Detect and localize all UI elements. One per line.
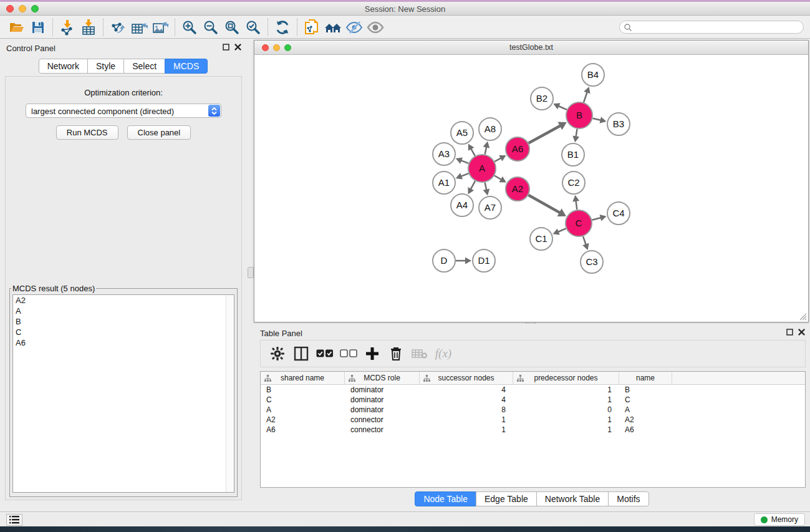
column-header-MCDS-role[interactable]: MCDS role — [345, 372, 420, 384]
tab-motifs[interactable]: Motifs — [608, 491, 648, 506]
export-network-icon[interactable] — [107, 18, 128, 37]
column-header-predecessor-nodes[interactable]: predecessor nodes — [513, 372, 619, 384]
select-stepper-icon — [208, 105, 220, 117]
zoom-out-icon[interactable] — [200, 18, 221, 37]
table-settings-icon[interactable] — [267, 343, 288, 364]
tab-network-table[interactable]: Network Table — [536, 491, 609, 506]
tab-network[interactable]: Network — [39, 59, 88, 74]
graph-edge-A2-C[interactable] — [528, 195, 560, 213]
tab-edge-table[interactable]: Edge Table — [476, 491, 537, 506]
table-row[interactable]: Bdominator41B — [261, 385, 805, 395]
graph-edge-A-A4[interactable] — [470, 181, 475, 190]
apply-layout-icon[interactable] — [272, 18, 293, 37]
column-header-successor-nodes[interactable]: successor nodes — [420, 372, 513, 384]
graph-edge-B-B1[interactable] — [576, 129, 577, 138]
graph-edge-B-B3[interactable] — [592, 118, 601, 120]
graph-edge-C-C4[interactable] — [592, 218, 601, 220]
toolbar-separator — [175, 19, 175, 36]
close-panel-button[interactable]: Close panel — [127, 125, 191, 140]
mcds-list-scrollbar[interactable] — [226, 295, 234, 492]
network-window-titlebar[interactable]: testGlobe.txt — [254, 41, 808, 55]
graph-edge-A-A3[interactable] — [460, 160, 468, 163]
graph-edge-A-A2[interactable] — [494, 176, 502, 180]
optimization-criterion-select[interactable]: largest connected component (directed) — [26, 104, 221, 118]
zoom-in-icon[interactable] — [179, 18, 200, 37]
table-panel-title: Table Panel — [260, 329, 302, 338]
memory-button[interactable]: Memory — [754, 513, 805, 526]
show-columns-icon[interactable] — [291, 343, 312, 364]
graph-node-label-A2: A2 — [512, 183, 523, 194]
table-row[interactable]: Adominator80A — [261, 405, 805, 415]
run-mcds-button[interactable]: Run MCDS — [56, 125, 118, 140]
mcds-result-item[interactable]: A2 — [13, 295, 234, 306]
zoom-selected-icon[interactable] — [243, 18, 264, 37]
add-column-icon[interactable] — [362, 343, 383, 364]
zoom-fit-icon[interactable] — [221, 18, 243, 37]
table-cell: 1 — [513, 415, 619, 425]
network-graph[interactable]: B4B2BB3A8A5A6A3B1AA1C2A2A4A7C4CC1DD1C3 — [255, 56, 808, 322]
tab-mcds[interactable]: MCDS — [165, 59, 208, 74]
show-all-icon[interactable] — [365, 18, 386, 37]
list-icon — [9, 516, 19, 524]
graph-edge-C-C3[interactable] — [583, 236, 586, 246]
graph-edge-B-B4[interactable] — [584, 92, 587, 103]
graph-node-label-A3: A3 — [438, 148, 450, 159]
export-image-icon[interactable] — [150, 18, 171, 37]
float-table-panel-icon[interactable] — [786, 329, 793, 336]
function-builder-icon: f(x) — [433, 343, 454, 364]
mcds-result-item[interactable]: C — [13, 327, 234, 337]
delete-columns-icon[interactable] — [385, 343, 407, 364]
control-panel: Control Panel NetworkStyleSelectMCDS Opt… — [0, 39, 246, 511]
float-panel-icon[interactable] — [223, 44, 229, 51]
tab-select[interactable]: Select — [123, 59, 165, 74]
open-session-icon[interactable] — [6, 18, 27, 37]
save-session-icon[interactable] — [27, 18, 49, 37]
vertical-divider-grip[interactable] — [248, 267, 254, 278]
column-header-name[interactable]: name — [619, 372, 672, 384]
table-cell: B — [619, 385, 672, 395]
network-canvas[interactable]: B4B2BB3A8A5A6A3B1AA1C2A2A4A7C4CC1DD1C3 — [255, 56, 808, 321]
column-header-shared-name[interactable]: shared name — [261, 372, 345, 384]
graph-edge-arrow — [572, 195, 579, 202]
table-cell: 8 — [420, 405, 513, 415]
deselect-all-icon[interactable] — [338, 343, 359, 364]
table-cell: 1 — [420, 415, 513, 425]
mcds-result-item[interactable]: B — [13, 316, 234, 327]
import-table-icon[interactable] — [78, 18, 99, 37]
tab-style[interactable]: Style — [87, 59, 124, 74]
graph-node-label-D: D — [441, 255, 448, 266]
window-title: Session: New Session — [0, 4, 810, 14]
window-resize-grip[interactable] — [798, 312, 807, 321]
task-history-button[interactable] — [6, 514, 22, 526]
graph-edge-arrow — [483, 142, 490, 148]
table-row[interactable]: A6connector11A6 — [261, 425, 805, 435]
hide-selected-icon[interactable] — [344, 18, 365, 37]
toolbar-separator — [103, 19, 104, 36]
graph-node-label-C4: C4 — [612, 208, 624, 218]
graph-edge-A6-B[interactable] — [529, 125, 561, 143]
toolbar-separator — [52, 19, 53, 36]
mcds-result-item[interactable]: A — [13, 306, 234, 316]
graph-edge-C-C1[interactable] — [557, 228, 566, 232]
control-panel-title: Control Panel — [6, 44, 55, 53]
table-row[interactable]: Cdominator41C — [261, 395, 805, 405]
graph-edge-arrow — [465, 258, 471, 264]
home-view-icon[interactable] — [322, 18, 344, 37]
copy-network-icon[interactable] — [301, 18, 322, 37]
graph-node-label-D1: D1 — [478, 255, 489, 266]
import-network-icon[interactable] — [57, 18, 78, 37]
table-row[interactable]: A2connector11A2 — [261, 415, 805, 425]
graph-edge-A-A1[interactable] — [460, 173, 468, 177]
select-all-icon[interactable] — [314, 343, 335, 364]
graph-edge-A-A5[interactable] — [471, 148, 475, 156]
close-panel-icon[interactable] — [234, 44, 241, 51]
close-table-panel-icon[interactable] — [798, 329, 805, 336]
table-cell: 1 — [513, 395, 619, 405]
mcds-result-item[interactable]: A6 — [13, 337, 234, 348]
export-table-icon[interactable] — [128, 18, 150, 37]
graph-edge-C-C2[interactable] — [576, 200, 577, 210]
search-input[interactable] — [619, 21, 804, 34]
tab-node-table[interactable]: Node Table — [415, 491, 476, 506]
graph-edge-B-B2[interactable] — [558, 105, 567, 109]
graph-node-label-C2: C2 — [567, 177, 579, 188]
